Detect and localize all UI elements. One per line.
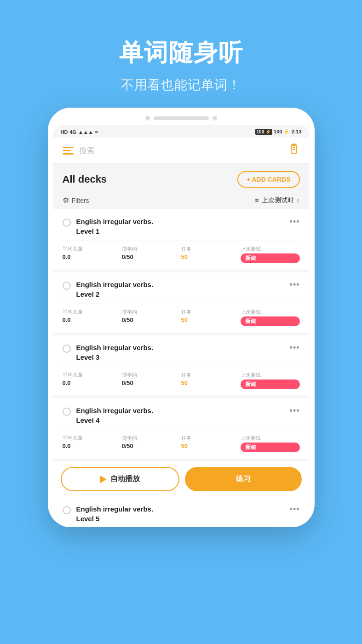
auto-play-button[interactable]: 自动播放	[61, 467, 179, 491]
stat-last-test-4: 上次测试 新建	[241, 435, 300, 452]
stat-task-label-2: 任务	[181, 309, 241, 316]
stat-learned-1: 博学的 0/50	[122, 246, 181, 263]
deck-more-2[interactable]: •••	[290, 280, 300, 289]
deck-more-3[interactable]: •••	[290, 343, 300, 352]
deck-name-3: English irregular verbs.Level 3	[76, 343, 154, 362]
hero-title: 单词随身听	[119, 37, 243, 69]
filters-bar: ⚙ Filters ≡ 上次测试时 ↑	[53, 193, 309, 209]
stat-avg-value-4: 0.0	[63, 443, 122, 449]
stat-last-test-value-2: 新建	[241, 316, 300, 326]
stat-avg-1: 平均儿童 0.0	[63, 246, 122, 263]
phone-notch	[53, 116, 309, 121]
hamburger-line-2	[63, 150, 71, 151]
deck-checkbox-3[interactable]	[63, 345, 71, 353]
stat-last-test-label-3: 上次测试	[241, 372, 300, 379]
sort-control[interactable]: ≡ 上次测试时 ↑	[255, 196, 299, 205]
sort-arrow: ↑	[297, 197, 300, 204]
deck-more-1[interactable]: •••	[290, 217, 300, 226]
decks-title: All decks	[63, 173, 107, 185]
stat-last-test-value-3: 新建	[241, 380, 300, 389]
nav-left-group: 搜索	[63, 145, 288, 156]
stat-task-value-4: 50	[181, 443, 241, 449]
filters-label: Filters	[72, 197, 89, 204]
stat-learned-label-3: 博学的	[122, 372, 181, 379]
notch-dot-left	[145, 116, 150, 121]
stat-avg-value-2: 0.0	[63, 316, 122, 323]
search-placeholder-text[interactable]: 搜索	[79, 145, 95, 156]
stat-last-test-label-1: 上次测试	[241, 246, 300, 253]
deck-stats-4: 平均儿童 0.0 博学的 0/50 任务 50 上次测试 新建	[63, 430, 300, 452]
stat-task-4: 任务 50	[181, 435, 241, 452]
stat-task-label-1: 任务	[181, 246, 241, 253]
time-display: 100 ⚡ 2:13	[274, 129, 301, 135]
stat-last-test-2: 上次测试 新建	[241, 309, 300, 326]
status-left: HD 4G ▲▲▲ ≈	[61, 129, 98, 135]
filters-left[interactable]: ⚙ Filters	[63, 196, 89, 205]
stat-task-value-2: 50	[181, 316, 241, 323]
stat-task-value-3: 50	[181, 380, 241, 386]
stat-avg-value-3: 0.0	[63, 380, 122, 386]
stat-learned-value-3: 0/50	[122, 380, 181, 386]
deck-card-left-1: English irregular verbs.Level 1	[63, 217, 290, 236]
notch-bar-center	[154, 116, 209, 120]
deck-card-left-4: English irregular verbs.Level 4	[63, 406, 290, 425]
hamburger-line-1	[63, 147, 74, 148]
stat-task-value-1: 50	[181, 253, 241, 260]
stat-learned-value-4: 0/50	[122, 443, 181, 449]
deck-card-top-4: English irregular verbs.Level 4 •••	[63, 406, 300, 425]
deck-name-4: English irregular verbs.Level 4	[76, 406, 154, 425]
stat-learned-3: 博学的 0/50	[122, 372, 181, 389]
battery-icon: 100 ⚡	[255, 129, 272, 135]
partial-deck-name: English irregular verbs.Level 5	[76, 504, 154, 523]
bottom-bar: 自动播放 练习	[53, 461, 309, 497]
partial-deck-card-top: English irregular verbs.Level 5 •••	[63, 504, 300, 523]
status-bar: HD 4G ▲▲▲ ≈ 100 ⚡ 100 ⚡ 2:13	[53, 125, 309, 138]
top-nav: 搜索	[53, 138, 309, 164]
stat-task-1: 任务 50	[181, 246, 241, 263]
add-cards-button[interactable]: + ADD CARDS	[237, 171, 300, 188]
partial-deck-checkbox[interactable]	[63, 506, 71, 514]
stat-learned-4: 博学的 0/50	[122, 435, 181, 452]
stat-learned-value-2: 0/50	[122, 316, 181, 323]
phone-frame: HD 4G ▲▲▲ ≈ 100 ⚡ 100 ⚡ 2:13 搜索	[48, 108, 315, 527]
hamburger-button[interactable]	[63, 147, 74, 155]
stat-last-test-3: 上次测试 新建	[241, 372, 300, 389]
hero-section: 单词随身听 不用看也能记单词！	[0, 0, 362, 108]
stat-task-label-4: 任务	[181, 435, 241, 442]
stat-avg-4: 平均儿童 0.0	[63, 435, 122, 452]
stat-avg-label-3: 平均儿童	[63, 372, 122, 379]
stat-task-label-3: 任务	[181, 372, 241, 379]
deck-stats-1: 平均儿童 0.0 博学的 0/50 任务 50 上次测试 新建	[63, 241, 300, 263]
clipboard-icon[interactable]	[288, 143, 300, 158]
deck-checkbox-2[interactable]	[63, 282, 71, 290]
deck-card-4: English irregular verbs.Level 4 ••• 平均儿童…	[53, 398, 309, 459]
auto-play-label: 自动播放	[110, 474, 140, 484]
deck-card-top-2: English irregular verbs.Level 2 •••	[63, 280, 300, 299]
sort-icon: ≡	[255, 197, 259, 204]
sort-label: 上次测试时	[262, 196, 294, 205]
status-right: 100 ⚡ 100 ⚡ 2:13	[255, 129, 302, 135]
stat-learned-2: 博学的 0/50	[122, 309, 181, 326]
stat-last-test-label-4: 上次测试	[241, 435, 300, 442]
partial-deck-card-left: English irregular verbs.Level 5	[63, 504, 290, 523]
stat-task-3: 任务 50	[181, 372, 241, 389]
hd-badge: HD	[61, 129, 68, 135]
signal-bars: ▲▲▲	[78, 129, 93, 135]
deck-checkbox-4[interactable]	[63, 408, 71, 416]
stat-last-test-label-2: 上次测试	[241, 309, 300, 316]
hamburger-line-3	[63, 153, 74, 155]
deck-card-left-2: English irregular verbs.Level 2	[63, 280, 290, 299]
practice-button[interactable]: 练习	[185, 467, 302, 491]
partial-deck-more[interactable]: •••	[290, 504, 300, 514]
deck-checkbox-1[interactable]	[63, 218, 71, 227]
stat-avg-2: 平均儿童 0.0	[63, 309, 122, 326]
deck-card: English irregular verbs.Level 1 ••• 平均儿童…	[53, 209, 309, 270]
stat-task-2: 任务 50	[181, 309, 241, 326]
wifi-icon: ≈	[95, 129, 98, 135]
filter-icon: ⚙	[63, 196, 69, 205]
stat-avg-label-4: 平均儿童	[63, 435, 122, 442]
stat-last-test-value-1: 新建	[241, 253, 300, 263]
stat-last-test-1: 上次测试 新建	[241, 246, 300, 263]
partial-deck-card: English irregular verbs.Level 5 •••	[53, 497, 309, 527]
deck-more-4[interactable]: •••	[290, 406, 300, 415]
